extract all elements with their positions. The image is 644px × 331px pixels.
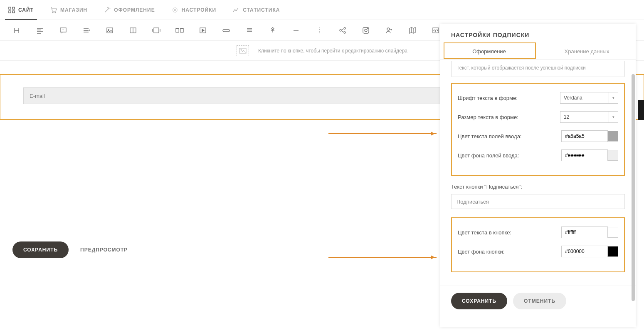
columns-icon[interactable] [245,26,254,35]
nav-design[interactable]: ОФОРМЛЕНИЕ [104,0,155,20]
stats-icon [233,7,239,13]
button-text-color-field [561,226,618,238]
svg-point-21 [368,28,368,28]
panel-body: Текст, который отображается после успешн… [440,60,636,286]
svg-rect-1 [12,7,15,9]
button-bg-color-label: Цвет фона кнопки: [458,249,504,255]
input-bg-color-input[interactable] [561,149,608,161]
button-bg-color-input[interactable] [561,246,608,257]
svg-point-5 [55,12,56,13]
image-placeholder-icon [237,45,249,56]
preview-link[interactable]: ПРЕДПРОСМОТР [80,247,128,253]
input-text-color-field [561,130,618,142]
svg-rect-11 [154,28,159,33]
svg-point-9 [108,29,109,30]
svg-rect-0 [9,7,11,9]
gear-icon [172,7,178,13]
tab-design[interactable]: Оформление [440,43,538,60]
svg-point-16 [340,30,341,31]
svg-rect-12 [176,28,179,32]
size-select[interactable]: 12 ▾ [560,111,618,123]
button-bg-color-field [561,246,618,257]
cart-icon [50,7,57,13]
color-swatch[interactable] [607,246,618,257]
svg-rect-8 [107,28,113,33]
nav-site[interactable]: САЙТ [8,0,34,20]
svg-rect-7 [60,28,66,32]
svg-point-20 [365,29,367,32]
svg-point-22 [387,28,390,30]
nav-label: МАГАЗИН [60,7,87,13]
nav-stats[interactable]: СТАТИСТИКА [233,0,280,20]
input-bg-color-label: Цвет фона полей ввода: [458,152,519,159]
nav-settings[interactable]: НАСТРОЙКИ [172,0,216,20]
anchor-icon[interactable] [269,26,277,35]
save-page-button[interactable]: СОХРАНИТЬ [12,241,69,258]
user-add-icon[interactable] [385,26,393,35]
chevron-down-icon: ▾ [609,92,614,103]
button-style-group: Цвет текста в кнопке: Цвет фона кнопки: [451,217,625,272]
nav-label: СТАТИСТИКА [243,7,280,13]
annotation-arrow [328,257,437,258]
nav-shop[interactable]: МАГАЗИН [50,0,87,20]
slider-icon[interactable] [152,26,160,35]
panel-save-button[interactable]: СОХРАНИТЬ [451,293,507,309]
font-value: Verdana [564,95,582,101]
form-style-group: Шрифт текста в форме: Verdana ▾ Размер т… [451,83,625,176]
quote-icon[interactable] [59,26,67,35]
svg-point-4 [52,12,53,13]
svg-rect-13 [180,28,183,32]
svg-rect-3 [12,11,15,13]
color-swatch[interactable] [607,150,618,161]
top-nav: САЙТ МАГАЗИН ОФОРМЛЕНИЕ НАСТРОЙКИ СТАТИС… [0,0,644,20]
list-icon[interactable] [82,26,91,35]
image-icon[interactable] [106,26,114,35]
button-text-color-label: Цвет текста в кнопке: [458,229,511,236]
size-label: Размер текста в форме: [458,114,518,120]
map-icon[interactable] [408,26,417,35]
code-icon[interactable] [432,26,440,35]
separator-icon[interactable] [315,26,323,35]
svg-point-25 [241,49,242,50]
divider-icon[interactable] [292,26,300,35]
share-icon[interactable] [338,26,347,35]
tab-storage[interactable]: Хранение данных [538,43,636,60]
panel-tabs: Оформление Хранение данных [440,43,636,60]
instagram-icon[interactable] [362,26,370,35]
nav-label: САЙТ [18,7,34,13]
font-label: Шрифт текста в форме: [458,95,518,101]
attachment-icon[interactable] [222,26,230,35]
color-swatch[interactable] [607,131,618,142]
input-text-color-input[interactable] [561,130,608,142]
svg-rect-2 [9,11,11,13]
svg-point-17 [344,27,345,29]
slider-hint-text: Кликните по кнопке, чтобы перейти к реда… [258,48,407,54]
heading-icon[interactable] [12,26,21,35]
color-swatch[interactable] [607,227,618,238]
annotation-arrow [328,133,437,134]
wand-icon [104,7,111,13]
nav-label: НАСТРОЙКИ [182,7,216,13]
button-text-color-input[interactable] [561,226,608,238]
success-text-input[interactable]: Текст, который отображается после успешн… [451,61,625,77]
svg-point-18 [344,32,345,33]
image-split-icon[interactable] [129,26,137,35]
svg-rect-15 [223,30,229,32]
subscribe-button-edge [638,100,644,120]
input-text-color-label: Цвет текста полей ввода: [458,133,521,139]
grid-icon [8,7,15,13]
subscribe-settings-panel: НАСТРОЙКИ ПОДПИСКИ Оформление Хранение д… [440,24,636,327]
panel-actions: СОХРАНИТЬ ОТМЕНИТЬ [440,286,636,318]
font-select[interactable]: Verdana ▾ [560,92,618,104]
gallery-icon[interactable] [175,26,184,35]
video-icon[interactable] [199,26,207,35]
button-text-input[interactable] [451,194,625,209]
input-bg-color-field [561,149,618,161]
panel-title: НАСТРОЙКИ ПОДПИСКИ [440,24,636,43]
align-icon[interactable] [36,26,44,35]
size-value: 12 [564,114,569,120]
button-text-label: Текст кнопки "Подписаться": [451,184,625,190]
chevron-down-icon: ▾ [609,112,614,122]
panel-cancel-button[interactable]: ОТМЕНИТЬ [513,293,566,309]
scrollbar-thumb[interactable] [632,74,635,301]
